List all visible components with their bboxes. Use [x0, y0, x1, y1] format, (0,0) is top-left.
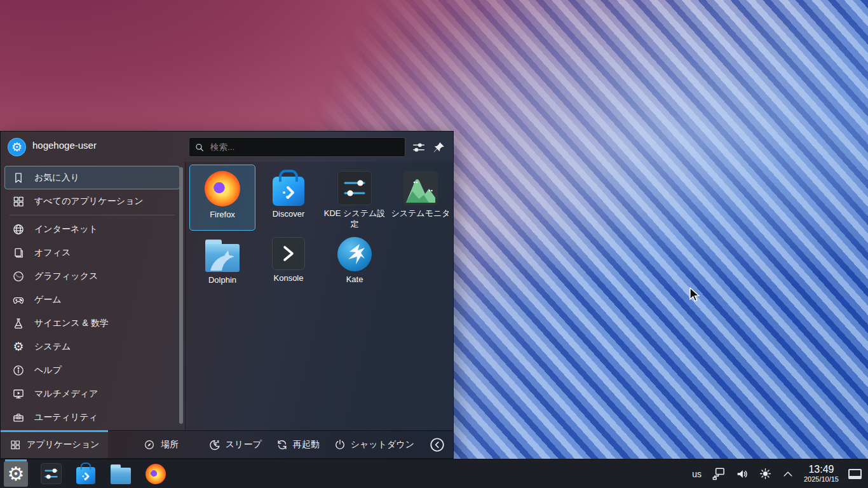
shutdown-button[interactable]: シャットダウン	[334, 438, 414, 451]
app-konsole[interactable]: Konsole	[255, 231, 322, 297]
leave-options-button[interactable]	[428, 436, 445, 453]
tab-places[interactable]: 場所	[135, 431, 187, 458]
search-box[interactable]	[189, 137, 405, 157]
launcher-body: お気に入り すべてのアプリケーション インターネ	[1, 162, 453, 430]
brightness-icon[interactable]	[759, 467, 772, 480]
info-icon	[11, 363, 25, 377]
sidebar-item-favorites[interactable]: お気に入り	[4, 166, 180, 189]
user-name: hogehoge-user	[32, 140, 97, 151]
app-system-settings[interactable]: KDE システム設定	[322, 165, 388, 231]
task-dolphin[interactable]	[109, 461, 133, 487]
sidebar-item-multimedia[interactable]: マルチメディア	[4, 382, 180, 405]
dolphin-icon	[111, 468, 131, 484]
tab-label: アプリケーション	[27, 439, 99, 451]
sidebar-item-internet[interactable]: インターネット	[4, 217, 180, 241]
sidebar-item-science-math[interactable]: サイエンス & 数学	[4, 311, 180, 335]
configure-button[interactable]	[410, 139, 427, 156]
restart-button[interactable]: 再起動	[276, 438, 320, 451]
app-label: Kate	[346, 274, 363, 285]
app-dolphin[interactable]: Dolphin	[189, 231, 255, 297]
sidebar-item-label: ヘルプ	[34, 365, 62, 376]
app-label: KDE システム設定	[323, 208, 386, 230]
konsole-icon	[272, 237, 305, 270]
discover-icon	[76, 467, 95, 484]
taskbar-launchers: ⚙	[4, 461, 168, 487]
grid-icon	[10, 439, 21, 451]
tab-applications[interactable]: アプリケーション	[1, 431, 108, 458]
power-icon	[334, 438, 346, 451]
clock[interactable]: 13:49 2025/10/15	[804, 464, 839, 483]
system-tray: us 13:49 2025/10/15	[692, 464, 862, 483]
restart-icon	[276, 438, 288, 451]
favorites-grid: Firefox Discover	[185, 162, 454, 430]
keyboard-layout-indicator[interactable]: us	[692, 469, 702, 479]
task-discover[interactable]	[74, 461, 98, 487]
clock-time: 13:49	[804, 464, 839, 475]
search-input[interactable]	[209, 142, 400, 152]
sidebar-item-games[interactable]: ゲーム	[4, 288, 180, 311]
task-system-settings[interactable]	[39, 461, 63, 487]
virtual-desktop-pager[interactable]	[848, 469, 862, 479]
sidebar-item-label: グラフィックス	[34, 271, 98, 282]
sidebar-item-label: ゲーム	[34, 294, 62, 306]
action-label: 再起動	[293, 439, 320, 451]
app-kate[interactable]: Kate	[322, 231, 388, 297]
tab-label: 場所	[161, 439, 179, 451]
app-discover[interactable]: Discover	[255, 165, 322, 231]
app-firefox[interactable]: Firefox	[189, 165, 255, 231]
sidebar-item-graphics[interactable]: グラフィックス	[4, 264, 180, 288]
document-icon	[11, 246, 25, 260]
bookmark-icon	[11, 171, 25, 185]
sidebar-item-system[interactable]: ⚙ システム	[4, 335, 180, 358]
gamepad-icon	[11, 293, 25, 307]
media-monitor-icon	[11, 387, 25, 401]
taskbar: ⚙	[0, 459, 868, 488]
gear-icon: ⚙	[11, 340, 25, 354]
app-label: Konsole	[274, 273, 304, 284]
sidebar-item-label: サイエンス & 数学	[34, 318, 109, 329]
chevron-left-circle-icon	[429, 437, 445, 453]
task-firefox[interactable]	[144, 461, 168, 487]
system-monitor-icon	[403, 171, 438, 205]
sidebar-scrollbar[interactable]	[179, 167, 183, 424]
compass-icon	[144, 439, 155, 451]
flask-icon	[11, 316, 25, 330]
dolphin-icon	[205, 244, 240, 272]
pin-icon	[433, 141, 445, 154]
sidebar-item-office[interactable]: オフィス	[4, 241, 180, 264]
kde-logo-avatar[interactable]: ⚙	[8, 138, 26, 156]
launcher-header: ⚙ hogehoge-user	[1, 132, 453, 162]
sidebar-item-label: マルチメディア	[34, 388, 98, 400]
sidebar-item-label: お気に入り	[34, 172, 79, 184]
launcher-sidebar: お気に入り すべてのアプリケーション インターネ	[1, 162, 185, 430]
sidebar-item-utilities[interactable]: ユーティリティ	[4, 405, 180, 429]
launcher-footer: アプリケーション 場所 スリープ 再起動	[1, 430, 453, 458]
app-system-monitor[interactable]: システムモニタ	[388, 165, 454, 231]
discover-icon	[273, 177, 304, 206]
volume-icon[interactable]	[735, 467, 749, 481]
action-label: スリープ	[226, 439, 262, 451]
sidebar-item-help[interactable]: ヘルプ	[4, 358, 180, 382]
sidebar-item-label: すべてのアプリケーション	[34, 196, 144, 207]
sliders-icon	[412, 140, 426, 154]
desktop: ⚙ hogehoge-user	[0, 0, 868, 488]
sidebar-item-label: ユーティリティ	[34, 412, 98, 423]
launcher-button[interactable]: ⚙	[4, 461, 28, 487]
sidebar-item-all-applications[interactable]: すべてのアプリケーション	[4, 189, 180, 213]
expand-tray-button[interactable]	[782, 468, 794, 480]
globe-icon	[11, 222, 25, 236]
sidebar-item-label: システム	[34, 341, 71, 353]
mouse-cursor	[688, 287, 702, 305]
network-icon[interactable]	[711, 466, 726, 481]
app-label: Firefox	[210, 210, 235, 220]
firefox-icon	[205, 171, 240, 207]
clock-date: 2025/10/15	[804, 475, 839, 483]
search-icon	[194, 142, 205, 152]
grid-icon	[11, 194, 25, 208]
sidebar-item-label: インターネット	[34, 224, 98, 235]
pin-button[interactable]	[431, 139, 447, 156]
app-label: システムモニタ	[391, 208, 450, 219]
system-settings-icon	[41, 463, 62, 484]
sidebar-separator	[10, 215, 175, 215]
sleep-button[interactable]: スリープ	[208, 438, 262, 451]
